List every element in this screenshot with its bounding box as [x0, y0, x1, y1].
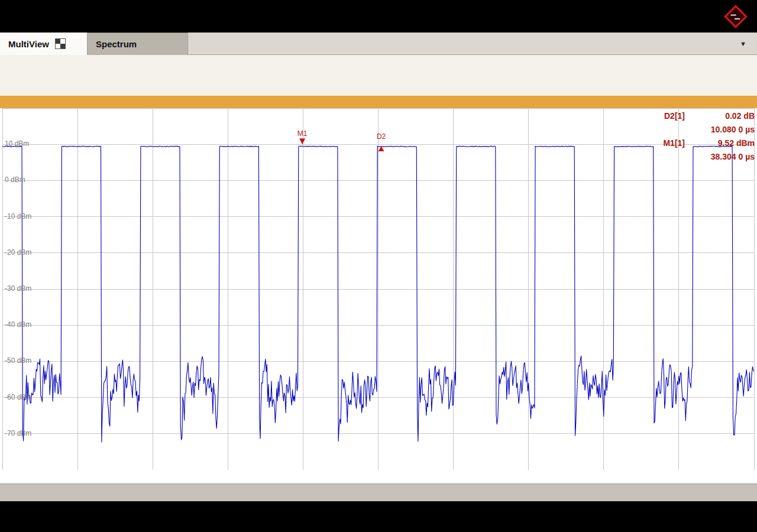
marker-d2-value: 0.02 dB [685, 111, 755, 125]
y-axis-label: -20 dBm [5, 248, 31, 257]
footer-bar: 19:04:42 29.08.2022 [0, 501, 757, 532]
marker-m1-icon[interactable] [299, 138, 305, 144]
y-axis-label: -50 dBm [5, 356, 31, 365]
tab-multiview-label: MultiView [8, 39, 49, 49]
window-title-bar: 1 Zero Span ●1AP Clrw [0, 96, 757, 108]
marker-d2-flag: D2 [377, 132, 386, 141]
status-bar: ▼ ▼ Ready 29.08.2022 19:04:41 [0, 484, 757, 501]
axis-info-bar: CF 10.0 GHz 1001 pts 9.6 µs/ [0, 470, 757, 484]
tab-spectrum[interactable]: Spectrum [88, 33, 188, 55]
measurement-diagram: M1D2 10 dBm0 dBm-10 dBm-20 dBm-30 dBm-40… [0, 108, 757, 470]
tab-multiview[interactable]: MultiView [0, 33, 88, 55]
y-axis-label: -40 dBm [5, 320, 31, 329]
y-axis-label: 0 dBm [5, 176, 25, 184]
marker-d2-name: D2[1] [664, 111, 685, 125]
marker-m1-time: 38.304 0 µs [685, 152, 755, 166]
top-bar [0, 0, 757, 33]
tab-spectrum-label: Spectrum [96, 39, 137, 49]
marker-m1-flag: M1 [297, 129, 308, 138]
multiview-grid-icon [55, 38, 66, 49]
y-axis-label: -60 dBm [5, 393, 31, 401]
marker-d2-time: 10.080 0 µs [685, 125, 755, 138]
marker-m1-name: M1[1] [663, 138, 685, 152]
y-axis-label: 10 dBm [5, 140, 29, 148]
marker-readout: D2[1]0.02 dB 10.080 0 µs M1[1]9.52 dBm 3… [559, 111, 755, 166]
tab-overflow-arrow-icon[interactable]: ▼ [740, 40, 746, 47]
y-axis-label: -10 dBm [5, 212, 31, 220]
settings-header: Ref Level 20.00 dBm ● RBW 3 MHz SGL Att … [0, 55, 757, 96]
markers-layer[interactable]: M1D2 [297, 129, 386, 151]
rs-logo-icon [723, 4, 749, 30]
channel-tab-bar: MultiView Spectrum ▼ [0, 33, 757, 55]
y-axis-label: -70 dBm [5, 429, 31, 437]
y-axis-label: -30 dBm [5, 284, 31, 293]
marker-m1-value: 9.52 dBm [685, 138, 755, 152]
